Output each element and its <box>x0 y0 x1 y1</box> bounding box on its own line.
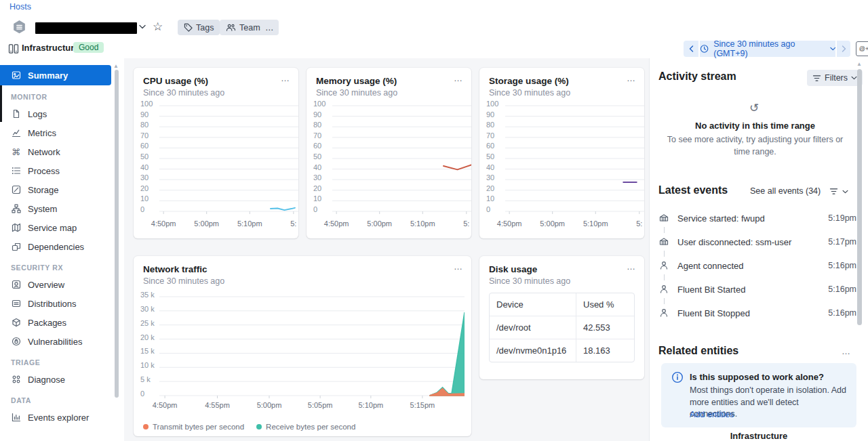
svg-text:70: 70 <box>313 131 321 140</box>
svg-text:80: 80 <box>486 121 494 129</box>
ellipsis-icon: … <box>265 23 274 33</box>
svg-text:5:00pm: 5:00pm <box>257 401 282 409</box>
see-all-events-link[interactable]: See all events (34) <box>750 186 821 196</box>
sidebar-item-metrics[interactable]: Metrics <box>0 123 111 142</box>
host-selector-chevron-down-icon[interactable] <box>139 24 146 29</box>
card-more-button[interactable]: … <box>627 73 636 83</box>
add-entities-link[interactable]: Add entities <box>690 410 734 419</box>
breadcrumb[interactable]: Hosts <box>9 2 31 12</box>
sidebar-scroll-up-arrow[interactable]: ▲ <box>113 63 119 69</box>
column-header-device[interactable]: Device <box>490 293 576 316</box>
panel-scrollbar-thumb[interactable] <box>857 69 862 325</box>
event-row[interactable]: Agent connected 5:16pm <box>658 259 856 272</box>
svg-text:5:00pm: 5:00pm <box>194 219 219 228</box>
event-row[interactable]: Service started: fwupd 5:19pm <box>658 211 856 225</box>
filter-icon <box>812 75 821 82</box>
command-icon: ⌘ <box>11 148 21 156</box>
time-range-picker[interactable]: Since 30 minutes ago (GMT+9) <box>700 41 835 57</box>
network-traffic-chart[interactable]: 05 k10 k15 k20 k25 k30 k35 k4:50pm4:55pm… <box>140 291 465 413</box>
svg-text:4:50pm: 4:50pm <box>497 219 522 228</box>
sidebar-item-diagnose[interactable]: Diagnose <box>0 370 111 389</box>
legend-dot <box>143 424 149 429</box>
events-filter-button[interactable] <box>829 188 848 195</box>
sidebar-item-dependencies[interactable]: Dependencies <box>0 237 111 256</box>
activity-panel: Activity stream Filters ↺ No activity in… <box>649 58 868 441</box>
chart-subtitle: Since 30 minutes ago <box>143 276 224 286</box>
time-prev-button[interactable] <box>684 41 698 57</box>
chevron-left-icon <box>689 45 694 52</box>
sidebar-item-overview[interactable]: Overview <box>0 275 111 294</box>
event-label: User disconnected: ssm-user <box>677 237 820 247</box>
sidebar-item-packages[interactable]: Packages <box>0 313 111 332</box>
sidebar-item-process[interactable]: Process <box>0 161 111 180</box>
tags-button[interactable]: Tags <box>178 20 220 35</box>
event-time: 5:16pm <box>828 285 856 294</box>
package-cube-icon <box>11 318 21 327</box>
sidebar-item-storage[interactable]: Storage <box>0 180 111 199</box>
column-header-used[interactable]: Used % <box>576 293 634 316</box>
sidebar-item-logs[interactable]: Logs <box>0 104 111 123</box>
svg-text:70: 70 <box>140 131 149 140</box>
sidebar-scrollbar-thumb[interactable] <box>115 70 119 398</box>
time-next-button[interactable] <box>837 41 850 57</box>
event-row[interactable]: Fluent Bit Started 5:16pm <box>658 282 856 296</box>
host-more-button[interactable]: … <box>260 20 279 35</box>
svg-text:5:10pm: 5:10pm <box>237 219 262 228</box>
cpu-usage-chart[interactable]: 01020304050607080901004:50pm5:00pm5:10pm… <box>140 99 298 232</box>
memory-usage-chart[interactable]: 01020304050607080901004:50pm5:00pm5:10pm… <box>313 99 471 232</box>
memory-usage-card: Memory usage (%) Since 30 minutes ago … … <box>307 68 471 238</box>
event-row[interactable]: User disconnected: ssm-user 5:17pm <box>658 235 856 249</box>
svg-text:60: 60 <box>486 142 494 150</box>
disk-usage-card: Disk usage Since 30 minutes ago … Device… <box>479 256 644 379</box>
nav-section-data: DATA <box>0 389 111 408</box>
chart-legend: Transmit bytes per second Receive bytes … <box>143 423 355 431</box>
event-connector <box>664 298 665 304</box>
table-row[interactable]: /dev/nvme0n1p16 18.163 <box>490 339 634 362</box>
svg-text:4:50pm: 4:50pm <box>151 219 176 228</box>
sidebar-item-vulnerabilities[interactable]: Vulnerabilities <box>0 332 111 351</box>
event-time: 5:16pm <box>828 308 856 318</box>
legend-item-receive[interactable]: Receive bytes per second <box>256 423 355 431</box>
card-more-button[interactable]: … <box>627 261 636 272</box>
filters-button[interactable]: Filters <box>807 70 863 86</box>
event-label: Fluent Bit Stopped <box>677 308 820 318</box>
svg-text:0: 0 <box>140 205 144 213</box>
used-cell: 18.163 <box>576 339 634 362</box>
sidebar-item-summary[interactable]: Summary <box>0 65 111 85</box>
event-row[interactable]: Fluent Bit Stopped 5:16pm <box>658 306 856 320</box>
sidebar-item-events-explorer[interactable]: Events explorer <box>0 408 111 427</box>
empty-state-title: No activity in this time range <box>658 121 852 131</box>
sidebar-item-distributions[interactable]: Distributions <box>0 294 111 313</box>
health-status-badge: Good <box>73 42 104 53</box>
stacked-boxes-icon <box>11 242 21 251</box>
svg-text:60: 60 <box>313 142 321 150</box>
storage-usage-chart[interactable]: 01020304050607080901004:50pm5:00pm5:10pm… <box>486 99 644 232</box>
people-icon <box>226 23 236 32</box>
svg-text:30: 30 <box>486 173 494 182</box>
lock-circle-icon <box>11 337 21 346</box>
card-more-button[interactable]: … <box>281 73 290 83</box>
sidebar-item-service-map[interactable]: Service map <box>0 218 111 237</box>
svg-text:5:: 5: <box>290 219 296 228</box>
time-range-label: Since 30 minutes ago (GMT+9) <box>713 39 825 58</box>
event-connector <box>664 251 665 257</box>
panel-scroll-up-arrow[interactable]: ▲ <box>856 61 862 67</box>
sidebar-item-system[interactable]: System <box>0 199 111 218</box>
clock-icon <box>700 44 709 54</box>
clipped-toolbar-icon[interactable]: @+ <box>856 41 868 56</box>
summary-icon <box>11 70 21 80</box>
org-chart-icon <box>11 204 21 213</box>
card-more-button[interactable]: … <box>454 261 463 272</box>
host-name-redacted[interactable] <box>35 22 137 34</box>
related-more-button[interactable]: … <box>842 346 851 356</box>
related-entities-callout: Is this supposed to work alone? Most thi… <box>661 363 856 427</box>
sidebar-item-network[interactable]: ⌘ Network <box>0 142 111 161</box>
svg-text:80: 80 <box>313 121 321 129</box>
svg-text:50: 50 <box>486 152 494 161</box>
legend-item-transmit[interactable]: Transmit bytes per second <box>143 423 244 431</box>
favorite-star-icon[interactable]: ☆ <box>153 20 163 34</box>
table-row[interactable]: /dev/root 42.553 <box>490 316 634 339</box>
tags-button-label: Tags <box>196 23 214 33</box>
card-more-button[interactable]: … <box>454 73 463 83</box>
svg-text:50: 50 <box>140 152 149 161</box>
